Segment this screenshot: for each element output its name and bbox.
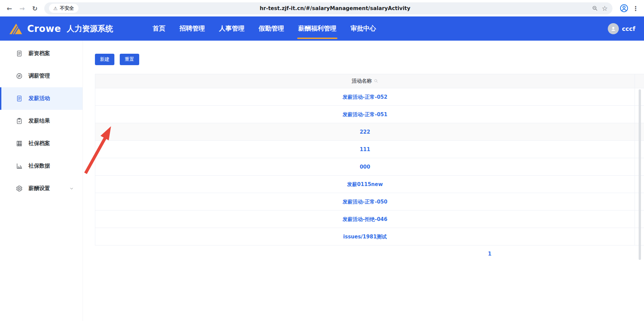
user-avatar — [608, 23, 619, 34]
table-row-1: 发薪活动-正常-051发薪方案-01162cccf2026-01-16 09:2… — [95, 106, 644, 123]
transfer-icon — [16, 73, 23, 80]
sidebar-item-label: 社保数据 — [29, 163, 50, 170]
bar-chart-icon — [16, 163, 23, 170]
pagination: 共 55 条 10条/页 ‹ 123456 › 前往 页 — [95, 251, 644, 321]
archive-icon — [16, 140, 23, 147]
gear-icon — [16, 185, 23, 192]
sidebar-item-5[interactable]: 社保数据 — [0, 155, 83, 177]
table-header-row: 活动名称关联发薪方案发薪人数创建人创建时间发薪年月审批状态活动状态发薪结果工资条… — [95, 74, 644, 88]
create-button[interactable]: 新建 — [95, 54, 114, 65]
browser-reload-icon[interactable]: ↻ — [29, 2, 41, 14]
activity-name-link[interactable]: 222 — [360, 129, 370, 135]
activity-name-link[interactable]: 发薪活动-拒绝-046 — [342, 216, 387, 222]
table-row-8: issues/1981测试发薪方案01123张婉清2026-01-15 10:5… — [95, 228, 644, 245]
activity-name-link[interactable]: 发薪活动-正常-052 — [342, 94, 387, 100]
cell-activity-name: 发薪0115new — [95, 176, 635, 193]
table-row-6: 发薪活动-正常-050发薪方案-00031cccf2026-01-15 13:5… — [95, 193, 644, 211]
warning-icon: ⚠ — [53, 6, 58, 11]
sidebar-item-label: 调薪管理 — [29, 73, 50, 80]
url-text[interactable]: hr-test.zjf-it.cn/#/salaryManagement/sal… — [82, 5, 588, 11]
bookmark-star-icon[interactable]: ☆ — [602, 5, 608, 12]
app-header: Crowe 人力资源系统 首页招聘管理人事管理假勤管理薪酬福利管理审批中心 cc… — [0, 16, 644, 41]
cell-activity-name: issues/1981测试 — [95, 228, 635, 245]
security-chip[interactable]: ⚠ 不安全 — [49, 4, 78, 13]
cell-activity-name: 222 — [95, 123, 635, 141]
app-title: 人力资源系统 — [67, 24, 113, 34]
main-content: 新建 重置 活动名称关联发薪方案发薪人数创建人创建时间发薪年月审批状态活动状态发… — [83, 41, 644, 321]
sidebar-item-2[interactable]: 发薪活动 — [0, 87, 83, 110]
nav-item-4[interactable]: 薪酬福利管理 — [298, 16, 336, 41]
activity-name-link[interactable]: issues/1981测试 — [343, 234, 387, 240]
sidebar-item-label: 薪资档案 — [29, 50, 50, 57]
activity-name-link[interactable]: 000 — [360, 164, 370, 170]
sidebar-item-0[interactable]: 薪资档案 — [0, 42, 83, 65]
user-name: cccf — [622, 25, 635, 32]
reset-button[interactable]: 重置 — [120, 54, 139, 65]
document-icon — [16, 95, 23, 102]
chevron-down-icon — [69, 186, 74, 191]
sidebar-item-4[interactable]: 社保档案 — [0, 132, 83, 155]
main-nav: 首页招聘管理人事管理假勤管理薪酬福利管理审批中心 — [153, 16, 376, 41]
activity-name-link[interactable]: 发薪0115new — [347, 181, 383, 187]
browser-back-icon[interactable]: ← — [3, 2, 15, 14]
table-row-5: 发薪0115new0115new1张婉清2026-01-15 14:06:532… — [95, 176, 644, 193]
nav-item-0[interactable]: 首页 — [153, 16, 165, 41]
brand-name: Crowe — [27, 23, 61, 34]
browser-toolbar: ← → ↻ ⚠ 不安全 hr-test.zjf-it.cn/#/salaryMa… — [0, 0, 644, 16]
column-header-label: 活动名称 — [352, 78, 372, 84]
browser-menu-icon[interactable]: ⋮ — [631, 5, 641, 12]
table-row-2: 2220115new3张婉清2026-01-15 17:14:032025-12… — [95, 123, 644, 141]
search-icon[interactable] — [374, 79, 378, 83]
table-row-4: 0000115new1张婉清2026-01-15 15:34:522026-01… — [95, 158, 644, 176]
sidebar-item-label: 发薪活动 — [29, 95, 50, 102]
salary-activity-table: 活动名称关联发薪方案发薪人数创建人创建时间发薪年月审批状态活动状态发薪结果工资条… — [95, 74, 644, 245]
sidebar-item-label: 薪酬设置 — [29, 185, 50, 192]
cell-activity-name: 000 — [95, 158, 635, 176]
page-number-1[interactable]: 1 — [168, 251, 644, 321]
crowe-logo-icon — [9, 22, 23, 35]
table-row-7: 发薪活动-拒绝-046发薪方案-00031cccf2026-01-15 13:4… — [95, 211, 644, 228]
nav-item-5[interactable]: 审批中心 — [351, 16, 376, 41]
cell-activity-name: 发薪活动-拒绝-046 — [95, 211, 635, 228]
activity-name-link[interactable]: 发薪活动-正常-051 — [342, 111, 387, 118]
company-logo[interactable]: Crowe 人力资源系统 — [9, 22, 113, 35]
sidebar-item-3[interactable]: 发薪结果 — [0, 110, 83, 132]
cell-activity-name: 发薪活动-正常-050 — [95, 193, 635, 211]
nav-item-2[interactable]: 人事管理 — [219, 16, 245, 41]
cell-activity-name: 发薪活动-正常-051 — [95, 106, 635, 123]
user-menu[interactable]: cccf — [608, 23, 635, 34]
security-chip-label: 不安全 — [60, 5, 74, 11]
table-row-3: 1110115new2张婉清2026-01-15 17:04:142025-12… — [95, 141, 644, 158]
browser-forward-icon[interactable]: → — [16, 2, 28, 14]
table-scrollbar[interactable] — [639, 89, 641, 260]
sidebar-item-label: 社保档案 — [29, 140, 50, 147]
sidebar-item-1[interactable]: 调薪管理 — [0, 65, 83, 87]
page-list: 123456 — [168, 251, 644, 321]
document-icon — [16, 50, 23, 57]
table-row-0: 发薪活动-正常-052发薪方案-01162cccf2026-01-16 09:3… — [95, 88, 644, 106]
person-icon — [610, 26, 616, 32]
address-bar[interactable]: ⚠ 不安全 hr-test.zjf-it.cn/#/salaryManageme… — [44, 2, 612, 14]
activity-name-link[interactable]: 111 — [360, 146, 370, 152]
activity-name-link[interactable]: 发薪活动-正常-050 — [342, 199, 387, 205]
table-body: 发薪活动-正常-052发薪方案-01162cccf2026-01-16 09:3… — [95, 88, 644, 245]
column-header-0: 活动名称 — [95, 74, 635, 88]
zoom-out-icon[interactable] — [592, 5, 598, 11]
sidebar-item-6[interactable]: 薪酬设置 — [0, 177, 83, 200]
column-header-1: 关联发薪方案 — [635, 74, 644, 88]
cell-activity-name: 发薪活动-正常-052 — [95, 88, 635, 106]
nav-item-1[interactable]: 招聘管理 — [179, 16, 205, 41]
sidebar-menu: 薪资档案调薪管理发薪活动发薪结果社保档案社保数据薪酬设置 — [0, 41, 83, 321]
cell-activity-name: 111 — [95, 141, 635, 158]
page: ← → ↻ ⚠ 不安全 hr-test.zjf-it.cn/#/salaryMa… — [0, 0, 644, 321]
sidebar-item-label: 发薪结果 — [29, 118, 50, 125]
nav-item-3[interactable]: 假勤管理 — [259, 16, 284, 41]
browser-profile-icon[interactable] — [618, 2, 630, 14]
clipboard-check-icon — [16, 118, 23, 125]
